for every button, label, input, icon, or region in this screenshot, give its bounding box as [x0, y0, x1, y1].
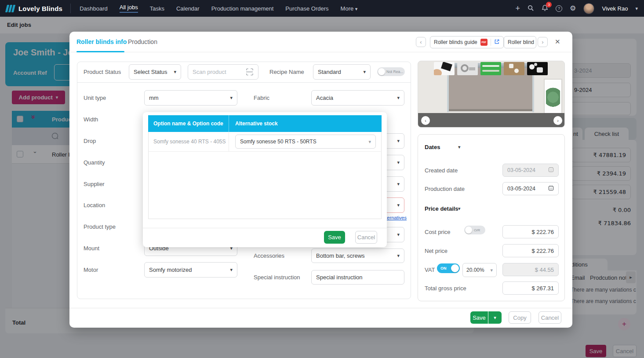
vat-rate-select[interactable]: 20.00%▾: [462, 263, 497, 277]
modal-footer-divider: [69, 308, 572, 308]
chevron-down-icon: ▾: [174, 69, 176, 75]
fabric-select[interactable]: Acacia▾: [311, 90, 404, 106]
close-icon[interactable]: ✕: [555, 38, 560, 46]
drop-label: Drop: [84, 138, 96, 144]
guide-document-button[interactable]: Roller blinds guide PDF: [430, 36, 504, 48]
guide-next-button[interactable]: ›: [538, 37, 548, 47]
settings-gear-icon[interactable]: ⚙: [570, 5, 576, 12]
chevron-down-icon: ▾: [490, 267, 493, 273]
chevron-down-icon: ▾: [397, 181, 400, 187]
product-type-label: Product type: [84, 223, 116, 230]
nav-item-all-jobs[interactable]: All jobs: [120, 4, 138, 13]
cost-price-input[interactable]: $ 222.76: [502, 225, 559, 238]
option-name-cell: Somfy sonesse 40 RTS - 405S: [153, 139, 226, 145]
dates-collapse-icon[interactable]: ▾: [458, 144, 461, 150]
accessories-select[interactable]: Bottom bar, screws▾: [311, 248, 404, 263]
chevron-left-icon: ‹: [425, 118, 426, 123]
production-date-input[interactable]: 03-05-2024: [502, 182, 559, 195]
chevron-down-icon: ▾: [230, 267, 233, 273]
motor-label: Motor: [84, 267, 98, 273]
chevron-down-icon: ▾: [397, 138, 400, 144]
nav-item-production-management[interactable]: Production management: [211, 5, 274, 12]
carousel-next-button[interactable]: ›: [553, 116, 562, 125]
user-name[interactable]: Vivek Rao: [602, 5, 628, 12]
user-avatar[interactable]: [583, 3, 594, 14]
nav-item-more[interactable]: More ▾: [341, 5, 358, 12]
tab-roller-blinds-info[interactable]: Roller blinds info: [76, 38, 127, 45]
plant-picture: [544, 79, 562, 114]
fabric-label: Fabric: [254, 95, 269, 101]
nav-item-purchase-orders[interactable]: Purchase Orders: [285, 5, 328, 12]
thumbnail-bracket[interactable]: [457, 62, 478, 75]
tab-production[interactable]: Production: [128, 38, 157, 45]
nav-item-calendar[interactable]: Calendar: [176, 5, 200, 12]
modal-cancel-button[interactable]: Cancel: [538, 311, 561, 324]
row-column-divider: [229, 132, 229, 152]
modal-copy-button[interactable]: Copy: [509, 311, 531, 324]
thumbnail-mount-parts[interactable]: [504, 62, 524, 75]
override-toggle[interactable]: O/R: [464, 226, 485, 234]
chevron-down-icon: ▾: [494, 315, 496, 321]
width-label: Width: [84, 116, 98, 123]
user-menu-chevron-icon[interactable]: ▾: [635, 6, 638, 11]
unit-type-label: Unit type: [84, 95, 106, 101]
thumbnail-strip: [418, 113, 565, 128]
chevron-down-icon: ▾: [397, 202, 400, 208]
quantity-label: Quantity: [84, 159, 105, 166]
price-collapse-icon[interactable]: ▾: [458, 206, 461, 212]
toggle-knob: [451, 264, 459, 272]
product-image-card: ‹ ›: [418, 61, 565, 128]
net-price-input[interactable]: $ 222.76: [502, 244, 559, 257]
mount-label: Mount: [84, 245, 99, 252]
chevron-right-icon: ›: [542, 39, 543, 45]
carousel-prev-button[interactable]: ‹: [421, 116, 430, 125]
nav-item-dashboard[interactable]: Dashboard: [80, 5, 108, 12]
next-guide-button[interactable]: Roller blind: [504, 36, 536, 48]
alternative-stock-column-header: Alternative stock: [229, 121, 278, 127]
alternative-stock-popup: Option name & Option code Alternative st…: [143, 112, 387, 247]
unit-type-select[interactable]: mm▾: [144, 90, 237, 106]
special-instruction-input[interactable]: [311, 270, 404, 285]
nav-divider: [70, 4, 71, 13]
status-row-divider: [77, 82, 411, 83]
active-tab-underline: [76, 51, 124, 52]
external-link-icon[interactable]: [494, 38, 500, 46]
thumbnail-components[interactable]: [527, 62, 548, 75]
notifications-bell-icon[interactable]: 3: [542, 4, 548, 12]
thumbnail-tubes[interactable]: [480, 62, 501, 75]
not-ready-toggle[interactable]: Not Rea...: [377, 67, 405, 76]
thumbnail-remote[interactable]: [434, 62, 455, 75]
nav-item-tasks[interactable]: Tasks: [150, 5, 164, 12]
barcode-scan-icon[interactable]: [245, 68, 254, 78]
popup-footer-divider: [143, 228, 387, 228]
recipe-name-select[interactable]: Standard▾: [313, 64, 371, 80]
save-options-button[interactable]: ▾: [488, 311, 502, 324]
product-status-select[interactable]: Select Status▾: [129, 64, 181, 80]
total-gross-price-input[interactable]: $ 267.31: [502, 281, 559, 295]
blind-bottom-bar: [449, 109, 532, 111]
vat-toggle-on[interactable]: ON: [437, 263, 460, 273]
guide-prev-button[interactable]: ‹: [416, 37, 426, 47]
price-details-section-title: Price details: [425, 205, 458, 212]
total-gross-price-label: Total gross price: [425, 285, 466, 292]
net-price-label: Net price: [425, 248, 448, 254]
accessories-label: Accessories: [254, 252, 284, 259]
roller-blinds-modal: Roller blinds info Production ‹ Roller b…: [69, 32, 572, 328]
notification-badge: 3: [546, 2, 552, 7]
alternative-stock-select[interactable]: Somfy sonesse 50 RTS - 50RTS▾: [235, 135, 376, 149]
popup-save-button[interactable]: Save: [324, 231, 345, 244]
motor-select[interactable]: Somfy motorized▾: [144, 262, 237, 278]
modal-save-button[interactable]: Save: [470, 311, 488, 324]
help-icon[interactable]: ?: [556, 5, 562, 12]
created-date-input: 03-05-2024: [502, 164, 559, 177]
popup-cancel-button[interactable]: Cancel: [355, 231, 377, 244]
chevron-down-icon: ▾: [355, 6, 358, 11]
add-icon[interactable]: +: [516, 4, 520, 12]
vat-label: VAT: [425, 267, 435, 273]
plant-leaves: [546, 86, 560, 111]
calendar-icon[interactable]: [548, 185, 554, 192]
search-icon[interactable]: [528, 5, 534, 12]
alternatives-table-header: Option name & Option code Alternative st…: [148, 115, 382, 132]
product-status-label: Product Status: [84, 69, 121, 75]
pdf-icon: PDF: [480, 39, 488, 46]
